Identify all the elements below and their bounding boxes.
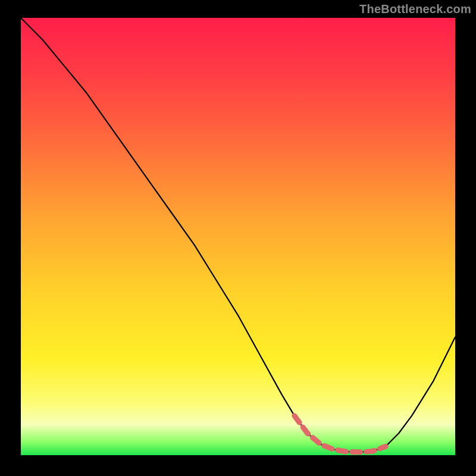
- highlight-minimum: [295, 416, 386, 452]
- bottleneck-curve: [21, 18, 455, 452]
- chart-svg: [21, 18, 455, 455]
- plot-area: [21, 18, 455, 455]
- watermark-text: TheBottleneck.com: [359, 2, 471, 16]
- chart-frame: TheBottleneck.com: [0, 0, 476, 476]
